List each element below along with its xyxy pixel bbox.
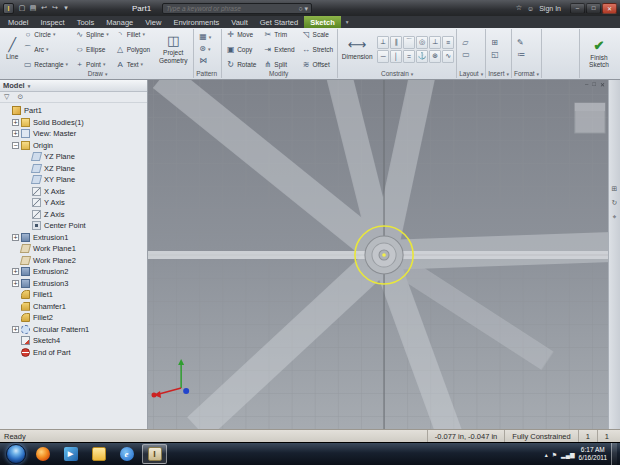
minimize-button[interactable]: –	[570, 3, 585, 14]
format-tool-button[interactable]: ✎	[517, 38, 525, 48]
viewport-canvas[interactable]	[148, 80, 608, 429]
browser-filter-icon[interactable]: ▽	[4, 93, 9, 101]
taskbar-item[interactable]: ▶	[58, 444, 83, 464]
quick-access-icon[interactable]: ▤	[28, 4, 38, 12]
tree-expander[interactable]: +	[12, 268, 19, 275]
draw-panel-label[interactable]: Draw▾	[4, 69, 191, 78]
modify-tool-button[interactable]: ↔ Stretch	[300, 42, 336, 57]
modify-tool-button[interactable]: ✛ Move	[224, 27, 258, 42]
draw-tool-button[interactable]: ○ Circle ▾	[21, 27, 70, 42]
modify-tool-button[interactable]: ⇥ Extend	[261, 42, 296, 57]
tree-item[interactable]: End of Part	[0, 347, 147, 359]
quick-access-icon[interactable]: ▢	[17, 4, 27, 12]
document-window-button[interactable]: □	[592, 81, 596, 88]
tree-expander[interactable]	[23, 165, 30, 172]
tree-item[interactable]: Fillet1	[0, 289, 147, 301]
format-panel-label[interactable]: Format▾	[514, 69, 539, 78]
pattern-tool-button[interactable]: ⋈	[199, 56, 211, 66]
draw-tool-button[interactable]: ◝ Fillet ▾	[114, 27, 155, 42]
tray-icon[interactable]: ⚑	[552, 451, 557, 458]
tree-item[interactable]: Part1	[0, 105, 147, 117]
tree-expander[interactable]	[23, 188, 30, 195]
taskbar-item[interactable]: e	[114, 444, 139, 464]
constraint-button[interactable]: ∥	[390, 36, 402, 49]
tree-item[interactable]: Center Point	[0, 220, 147, 232]
tree-expander[interactable]: +	[12, 119, 19, 126]
taskbar-clock[interactable]: 6:17 AM 6/16/2011	[579, 446, 607, 462]
quick-access-icon[interactable]: ↩	[39, 4, 49, 12]
tree-item[interactable]: + View: Master	[0, 128, 147, 140]
pattern-tool-button[interactable]: ⊛ ▾	[199, 44, 211, 54]
search-input[interactable]	[166, 5, 296, 12]
tree-expander[interactable]	[12, 245, 19, 252]
view-cube[interactable]	[575, 103, 605, 133]
tree-item[interactable]: + Extrusion3	[0, 278, 147, 290]
insert-panel-label[interactable]: Insert▾	[488, 69, 509, 78]
constraint-button[interactable]: │	[390, 50, 402, 63]
favorites-star-icon[interactable]: ☆	[516, 4, 522, 12]
constrain-panel-label[interactable]: Constrain▾	[340, 69, 454, 78]
insert-tool-button[interactable]: ◱	[491, 50, 499, 60]
tree-item[interactable]: XZ Plane	[0, 163, 147, 175]
constraint-button[interactable]: ⚓	[416, 50, 428, 63]
constraint-button[interactable]: ◎	[416, 36, 428, 49]
tree-expander[interactable]	[12, 291, 19, 298]
constraint-button[interactable]: ⟂	[377, 36, 389, 49]
start-button[interactable]	[6, 444, 26, 464]
tree-item[interactable]: + Extrusion2	[0, 266, 147, 278]
tab-overflow-arrow[interactable]: ▾	[341, 16, 354, 28]
tree-expander[interactable]	[12, 303, 19, 310]
nav-tool-icon[interactable]: ⊞	[612, 185, 618, 193]
modify-panel-label[interactable]: Modify	[224, 69, 335, 78]
taskbar-item[interactable]	[30, 444, 55, 464]
project-geometry-button[interactable]: ◫ Project Geometry	[155, 29, 191, 69]
tree-expander[interactable]	[23, 222, 30, 229]
constraint-button[interactable]: ≡	[442, 36, 454, 49]
layout-panel-label[interactable]: Layout▾	[459, 69, 483, 78]
tree-item[interactable]: Chamfer1	[0, 301, 147, 313]
constraint-button[interactable]: ∿	[442, 50, 454, 63]
tree-item[interactable]: YZ Plane	[0, 151, 147, 163]
finish-sketch-button[interactable]: ✔ Finish Sketch	[582, 29, 616, 78]
draw-tool-button[interactable]: ○ Ellipse	[73, 42, 111, 57]
constraint-button[interactable]: ⌒	[403, 36, 415, 49]
document-window-button[interactable]: –	[585, 81, 588, 88]
tree-expander[interactable]	[12, 349, 19, 356]
tree-expander[interactable]	[12, 337, 19, 344]
tree-expander[interactable]: +	[12, 130, 19, 137]
layout-tool-button[interactable]: ▱	[462, 38, 470, 48]
tree-expander[interactable]	[12, 314, 19, 321]
constraint-button[interactable]: ─	[377, 50, 389, 63]
tree-expander[interactable]: −	[12, 142, 19, 149]
document-window-button[interactable]: ✕	[600, 81, 605, 88]
tree-expander[interactable]	[23, 176, 30, 183]
taskbar-item[interactable]	[86, 444, 111, 464]
modify-tool-button[interactable]: ▣ Copy	[224, 42, 258, 57]
tree-item[interactable]: Fillet2	[0, 312, 147, 324]
tree-expander[interactable]	[12, 257, 19, 264]
tree-item[interactable]: Work Plane2	[0, 255, 147, 267]
tree-item[interactable]: XY Plane	[0, 174, 147, 186]
modify-tool-button[interactable]: ◹ Scale	[300, 27, 336, 42]
line-tool-button[interactable]: ╱ Line	[4, 29, 20, 69]
tray-icon[interactable]: ▴	[545, 451, 548, 458]
tree-item[interactable]: + Circular Pattern1	[0, 324, 147, 336]
browser-filter-icon[interactable]: ⊙	[17, 93, 23, 101]
close-button[interactable]: ✕	[602, 3, 617, 14]
tree-expander[interactable]	[23, 211, 30, 218]
quick-access-icon[interactable]: ▾	[61, 4, 71, 12]
search-dropdown-icon[interactable]: ▾	[305, 5, 309, 12]
tree-expander[interactable]: +	[12, 234, 19, 241]
app-menu-icon[interactable]: I	[3, 3, 14, 14]
dimension-button[interactable]: ⟷ Dimension	[340, 29, 374, 69]
pattern-tool-button[interactable]: ▦ ▾	[199, 32, 211, 42]
tree-item[interactable]: X Axis	[0, 186, 147, 198]
tree-expander[interactable]: +	[12, 326, 19, 333]
tree-expander[interactable]	[23, 153, 30, 160]
ribbon-tab[interactable]: Environments	[167, 16, 225, 28]
taskbar-item[interactable]: I	[142, 444, 167, 464]
draw-tool-button[interactable]: ∿ Spline ▾	[73, 27, 111, 42]
constraint-button[interactable]: ⊥	[429, 36, 441, 49]
constraint-button[interactable]: ⊛	[429, 50, 441, 63]
tray-icon[interactable]: ▂▄▆	[561, 451, 574, 458]
